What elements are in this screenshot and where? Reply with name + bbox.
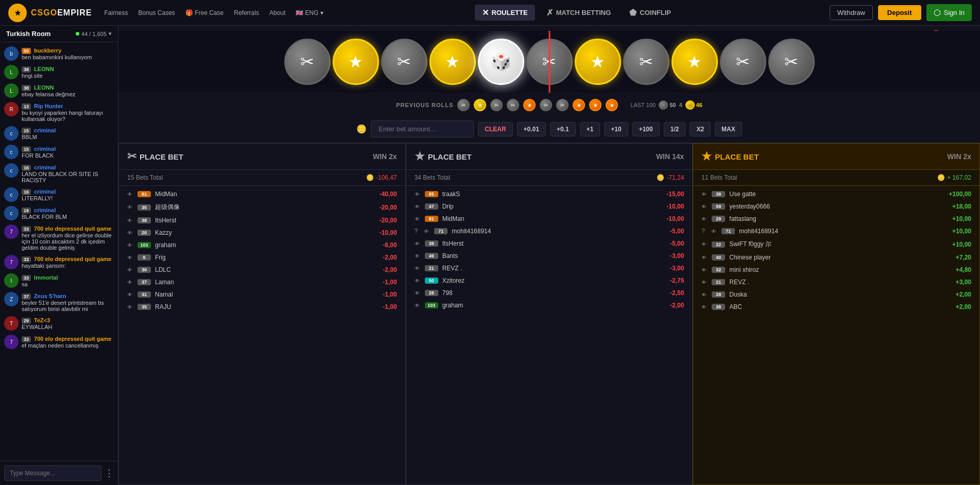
panel-header[interactable]: ★ PLACE BET WIN 2x — [693, 144, 979, 170]
bet-username: Frig — [155, 254, 379, 261]
tab-coinflip[interactable]: ⬟ COINFLIP — [622, 5, 678, 21]
place-bet-label: PLACE BET — [715, 152, 759, 161]
prev-coin: ✂ — [556, 99, 569, 111]
bet-amount: -2,50 — [670, 289, 684, 297]
user-level-badge: 47 — [425, 203, 438, 210]
username: criminal — [32, 164, 56, 170]
bet-amount: +10,00 — [952, 228, 971, 235]
chat-menu-button[interactable]: ⋮ — [105, 467, 114, 479]
signin-button[interactable]: ⬡ Sign In — [926, 4, 972, 21]
bet-x2-button[interactable]: X2 — [690, 122, 711, 136]
currency-icon: 🪙 — [366, 174, 374, 181]
bet-amount: -20,00 — [380, 204, 397, 211]
bet-row: 👁 81 MidMan -10,00 — [406, 213, 693, 225]
bet-row: 👁 22 SwiFT f0ggy 尔 +10,00 — [693, 237, 979, 251]
bet-amount: -40,00 — [380, 190, 397, 198]
bet-amount: -1,00 — [383, 279, 397, 286]
user-level-badge: 85 — [425, 191, 438, 197]
panel-header[interactable]: ✂ PLACE BET WIN 2x — [119, 144, 405, 170]
nav-language[interactable]: 🇬🇧 ENG ▾ — [296, 9, 323, 16]
message-text: hngi.site — [22, 73, 114, 79]
nav-fairness[interactable]: Fairness — [104, 9, 128, 16]
user-level-badge: 21 — [425, 265, 438, 271]
bet-amount: +3,00 — [956, 279, 971, 286]
level-badge: 50 — [22, 48, 31, 54]
bet-amount: -2,00 — [383, 266, 397, 273]
eye-icon: 👁 — [711, 229, 716, 234]
roulette-coin: 🎲 — [478, 39, 524, 85]
eye-icon: 👁 — [127, 218, 132, 223]
bet-add-01-button[interactable]: +0.1 — [550, 122, 576, 136]
roulette-coin: ✂ — [284, 39, 331, 85]
panel-header[interactable]: ★ PLACE BET WIN 14x — [406, 144, 693, 170]
user-level-badge: 50 — [425, 278, 438, 284]
bet-add-001-button[interactable]: +0.01 — [517, 122, 546, 136]
bet-amount-input[interactable] — [371, 120, 474, 137]
roulette-coin: ✂ — [381, 39, 427, 85]
silver-count-icon: ✂ — [659, 100, 668, 110]
nav-referrals[interactable]: Referrals — [234, 9, 259, 16]
roulette-indicator — [548, 31, 550, 93]
panel-icon: ✂ — [127, 150, 136, 163]
bet-username: Laman — [155, 279, 379, 286]
logo-text: CSGOEMPIRE — [31, 8, 92, 18]
level-badge: 15 — [22, 146, 31, 152]
bet-max-button[interactable]: MAX — [715, 122, 742, 136]
bet-username: mohit4168914 — [452, 228, 666, 235]
eye-icon: 👁 — [127, 304, 132, 310]
nav-bonus-cases[interactable]: Bonus Cases — [138, 9, 175, 16]
bet-amount: -2,00 — [670, 302, 684, 309]
user-level-badge: 38 — [712, 304, 725, 310]
bet-username: graham — [155, 241, 379, 249]
eye-icon: 👁 — [415, 241, 420, 247]
bet-row: 👁 38 Use gatte +100,00 — [693, 188, 979, 200]
username: Zeus S'harn — [32, 293, 66, 299]
bet-amount: -10,00 — [666, 215, 684, 222]
bet-username: Xzitorez — [442, 277, 666, 284]
eye-icon: 👁 — [415, 204, 420, 210]
chat-message: R 13 Rip Hunter bu kyoyi yaparken hangi … — [4, 102, 114, 122]
chat-message: c 16 criminal LAND ON BLACK OR SITE IS R… — [4, 163, 114, 183]
bet-add-1-button[interactable]: +1 — [580, 122, 600, 136]
bets-list: 👁 81 MidMan -40,00 👁 35 超级偶像 -20,00 👁 — [119, 186, 405, 484]
panel-icon: ★ — [415, 150, 425, 163]
username: Rip Hunter — [32, 103, 63, 109]
user-level-badge: 40 — [712, 254, 725, 261]
eye-icon: 👁 — [701, 216, 707, 222]
level-badge: 15 — [22, 128, 31, 134]
eye-icon: 👁 — [701, 255, 707, 261]
logo[interactable]: ★ CSGOEMPIRE — [8, 4, 92, 22]
nav-about[interactable]: About — [269, 9, 285, 16]
clear-button[interactable]: CLEAR — [478, 122, 512, 136]
user-level-badge: 20 — [137, 230, 151, 236]
avatar: R — [4, 102, 19, 116]
win-multiplier: WIN 2x — [947, 152, 971, 161]
bet-amount: -2,75 — [670, 277, 684, 284]
chat-message: c 15 criminal BBLM — [4, 126, 114, 141]
bet-add-10-button[interactable]: +10 — [604, 122, 628, 136]
bet-half-button[interactable]: 1/2 — [664, 122, 686, 136]
chat-input[interactable] — [4, 465, 101, 481]
avatar: L — [4, 83, 19, 98]
tab-roulette[interactable]: ✕ ROULETTE — [475, 5, 535, 21]
message-text: beyler 51'e desert printstream bs satıyo… — [22, 300, 114, 312]
bet-username: REVZ . — [442, 265, 666, 272]
avatar: Z — [4, 292, 19, 306]
nav-free-case[interactable]: 🎁 Free Case — [185, 9, 223, 16]
bet-row: 👁 30 LDLC -2,00 — [119, 264, 405, 276]
bet-row: 👁 31 Namal -1,00 — [119, 288, 405, 301]
total-amount: + 167,02 — [947, 174, 971, 181]
avatar: c — [4, 126, 19, 141]
withdraw-button[interactable]: Withdraw — [830, 5, 873, 20]
message-text: EYWALLAH — [22, 324, 114, 330]
message-text: sa — [22, 281, 114, 287]
bet-add-100-button[interactable]: +100 — [632, 122, 660, 136]
eye-icon: 👁 — [127, 242, 132, 248]
tab-matchbetting[interactable]: ✗ MATCH BETTING — [539, 5, 618, 21]
bet-username: MidMan — [442, 215, 663, 222]
eye-icon: 👁 — [415, 303, 420, 308]
user-level-badge: 29 — [712, 216, 725, 222]
username: LEONN — [32, 66, 54, 72]
bet-amount: +4,80 — [956, 266, 971, 273]
deposit-button[interactable]: Deposit — [878, 5, 921, 20]
